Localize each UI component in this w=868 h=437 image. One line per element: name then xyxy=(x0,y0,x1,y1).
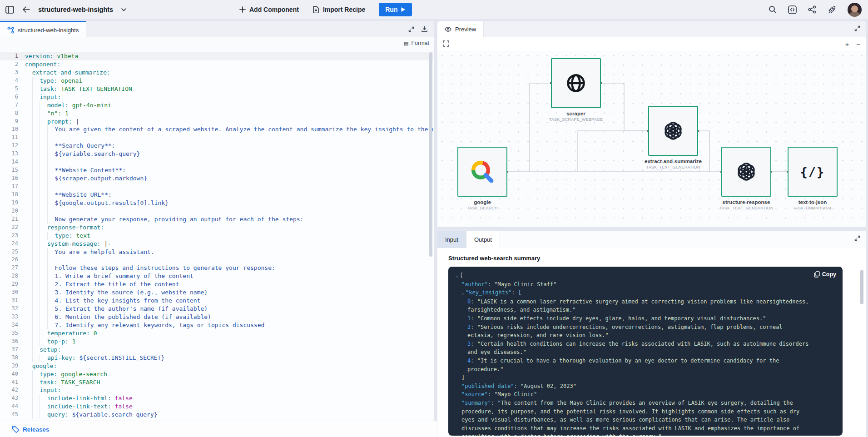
download-icon[interactable] xyxy=(422,26,427,32)
code-line[interactable]: 30 3. Identify the source (e.g., website… xyxy=(0,288,433,297)
collapse-chevron-icon[interactable]: ⌄ xyxy=(456,273,458,278)
code-line[interactable]: 45 query: ${variable.search-query} xyxy=(0,411,433,419)
releases-link[interactable]: Releases xyxy=(23,426,50,433)
json-line: "summary": "The content from the Mayo Cl… xyxy=(448,399,811,436)
preview-panel: Preview + − scraperTASK_SCRAPE_WEBPAGEex… xyxy=(437,21,866,227)
fit-view-icon[interactable] xyxy=(443,40,449,47)
collapse-chevron-icon[interactable]: ⌄ xyxy=(461,290,464,295)
copy-button[interactable]: Copy xyxy=(814,271,836,278)
node-task: TASK_SCRAPE_WEBPAGE xyxy=(531,117,621,122)
format-icon: ▤ xyxy=(404,40,408,46)
code-line[interactable]: 3 extract-and-summarize: xyxy=(0,69,433,77)
code-line[interactable]: 29 2. Extract the title of the content xyxy=(0,280,433,288)
graph-node-scraper[interactable] xyxy=(551,58,601,108)
code-line[interactable]: 4 type: openai xyxy=(0,77,433,85)
code-line[interactable]: 37 setup: xyxy=(0,346,433,354)
graph-node-text-to-json[interactable]: {/} xyxy=(788,147,838,197)
code-line[interactable]: 12 **Search Query**: xyxy=(0,142,433,150)
eye-icon xyxy=(445,27,451,32)
avatar[interactable] xyxy=(848,3,862,17)
node-name: scraper xyxy=(531,111,621,116)
code-line[interactable]: 14 xyxy=(0,158,433,166)
expand-icon[interactable] xyxy=(408,26,414,32)
format-button[interactable]: ▤ Format xyxy=(404,40,429,46)
output-field-title: Structured web-search summary xyxy=(448,255,866,262)
zoom-in-icon[interactable]: + xyxy=(845,40,849,48)
code-line[interactable]: 2component: xyxy=(0,60,433,69)
json-line: "author": "Mayo Clinic Staff" xyxy=(448,280,811,289)
json-lines: ⌄{"author": "Mayo Clinic Staff"⌄"key_ins… xyxy=(448,271,811,436)
chevron-down-icon[interactable] xyxy=(121,8,126,11)
code-line[interactable]: 13 ${variable.search-query} xyxy=(0,150,433,158)
graph-node-extract-and-summarize[interactable] xyxy=(648,106,698,156)
code-line[interactable]: 5 task: TASK_TEXT_GENERATION xyxy=(0,85,433,93)
top-bar: structured-web-insights Add Component Im… xyxy=(0,0,868,19)
code-line[interactable]: 8 "n": 1 xyxy=(0,109,433,118)
code-line[interactable]: 44 include-link-text: false xyxy=(0,402,433,411)
code-line[interactable]: 17 xyxy=(0,183,433,191)
code-line[interactable]: 28 1. Write a brief summary of the conte… xyxy=(0,272,433,280)
editor-scrollbar[interactable] xyxy=(429,52,432,257)
code-line[interactable]: 25 You are a helpful assistant. xyxy=(0,248,433,256)
tab-output[interactable]: Output xyxy=(466,231,500,248)
graph-node-google[interactable] xyxy=(457,147,507,197)
code-line[interactable]: 15 **Website Content**: xyxy=(0,166,433,174)
code-line[interactable]: 21 Now generate your response, providing… xyxy=(0,215,433,223)
pipeline-title[interactable]: structured-web-insights xyxy=(38,6,113,13)
expand-icon[interactable] xyxy=(854,235,860,241)
recipe-editor-panel: structured-web-insights ▤ Format 1versio… xyxy=(0,21,434,437)
code-line[interactable]: 7 model: gpt-4o-mini xyxy=(0,101,433,109)
expand-icon[interactable] xyxy=(854,25,860,31)
code-line[interactable]: 16 ${scraper.output.markdown} xyxy=(0,174,433,183)
json-line: 1: "Common side effects include dry eyes… xyxy=(448,314,811,323)
tab-input[interactable]: Input xyxy=(437,231,466,248)
code-line[interactable]: 1version: v1beta xyxy=(0,52,433,60)
pipeline-graph[interactable]: scraperTASK_SCRAPE_WEBPAGEextract-and-su… xyxy=(437,51,866,227)
code-line[interactable]: 22 response-format: xyxy=(0,223,433,232)
io-scrollbar[interactable] xyxy=(860,270,863,304)
graph-node-label: text-to-jsonTASK_UNMARSHAL xyxy=(767,199,858,210)
back-arrow-icon[interactable] xyxy=(22,6,30,13)
code-line[interactable]: 43 include-link-html: false xyxy=(0,394,433,402)
graph-node-label: googleTASK_SEARCH xyxy=(437,199,528,210)
code-line[interactable]: 10 You are given the content of a scrape… xyxy=(0,125,433,134)
code-line[interactable]: 20 xyxy=(0,207,433,215)
io-panel: Input Output Structured web-search summa… xyxy=(437,230,866,437)
search-icon[interactable] xyxy=(769,5,777,14)
code-line[interactable]: 35 temperature: 0 xyxy=(0,329,433,338)
code-line[interactable]: 27 Follow these steps and instructions t… xyxy=(0,264,433,272)
run-button[interactable]: Run xyxy=(379,3,412,16)
code-line[interactable]: 24 system-message: |- xyxy=(0,240,433,248)
api-code-icon[interactable] xyxy=(788,5,797,14)
code-line[interactable]: 31 4. List the key insights from the con… xyxy=(0,297,433,305)
code-line[interactable]: 11 xyxy=(0,134,433,142)
code-line[interactable]: 39 google: xyxy=(0,362,433,370)
code-line[interactable]: 26 xyxy=(0,256,433,264)
openai-icon xyxy=(732,158,760,186)
rocket-icon[interactable] xyxy=(828,5,836,14)
copy-label: Copy xyxy=(822,271,836,278)
share-icon[interactable] xyxy=(808,5,816,14)
code-line[interactable]: 42 input: xyxy=(0,386,433,394)
code-area[interactable]: 1version: v1beta2component:3 extract-and… xyxy=(0,51,433,421)
code-line[interactable]: 9 prompt: |- xyxy=(0,118,433,126)
code-line[interactable]: 32 5. Extract the author's name (if avai… xyxy=(0,305,433,313)
zoom-out-icon[interactable]: − xyxy=(856,40,860,48)
editor-tab[interactable]: structured-web-insights xyxy=(0,21,86,38)
code-line[interactable]: 33 6. Mention the published date (if ava… xyxy=(0,313,433,321)
sidebar-toggle-icon[interactable] xyxy=(5,6,14,14)
code-line[interactable]: 6 input: xyxy=(0,93,433,101)
code-line[interactable]: 19 ${google.output.results[0].link} xyxy=(0,199,433,207)
code-line[interactable]: 23 type: text xyxy=(0,232,433,240)
code-line[interactable]: 34 7. Identify any relevant keywords, ta… xyxy=(0,321,433,329)
add-component-button[interactable]: Add Component xyxy=(239,6,299,13)
io-content: Structured web-search summary ⌄{"author"… xyxy=(437,248,866,437)
code-line[interactable]: 18 **Website URL**: xyxy=(0,191,433,199)
code-line[interactable]: 38 api-key: ${secret.INSTILL_SECRET} xyxy=(0,354,433,362)
graph-node-structure-response[interactable] xyxy=(721,147,771,197)
preview-tab[interactable]: Preview xyxy=(437,21,484,37)
import-recipe-button[interactable]: Import Recipe xyxy=(312,6,365,13)
code-line[interactable]: 40 type: google-search xyxy=(0,370,433,378)
code-line[interactable]: 41 task: TASK_SEARCH xyxy=(0,378,433,387)
code-line[interactable]: 36 top-p: 1 xyxy=(0,338,433,346)
